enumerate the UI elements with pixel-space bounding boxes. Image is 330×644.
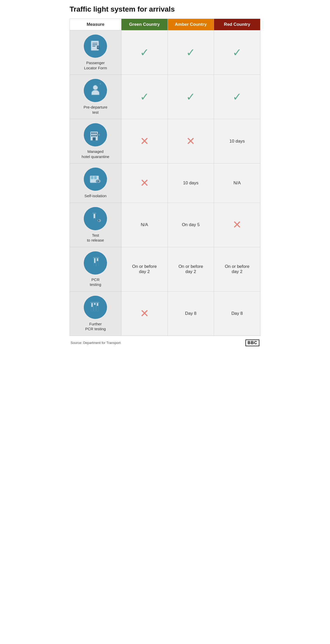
amber-cell-pcr-testing: On or beforeday 2 [168, 247, 214, 291]
table-row-pre-departure: Pre-departuretest ✓ ✓ ✓ [70, 75, 260, 119]
cell-value: On day 5 [182, 222, 200, 227]
svg-rect-36 [97, 261, 98, 267]
measure-cell-self-isolation: Self-isolation [70, 163, 121, 203]
main-table: Measure Green Country Amber Country Red … [70, 19, 260, 336]
bbc-logo: BBC [245, 340, 259, 346]
cell-value: 10 days [229, 139, 245, 144]
amber-cell-passenger-locator: ✓ [168, 30, 214, 75]
amber-cell-pre-departure: ✓ [168, 75, 214, 119]
amber-cell-self-isolation: 10 days [168, 163, 214, 203]
svg-rect-27 [94, 218, 96, 222]
table-row-further-pcr: FurtherPCR testing ✕ Day 8 Day 8 [70, 291, 260, 336]
measure-cell-further-pcr: FurtherPCR testing [70, 291, 121, 336]
table-row-hotel-quarantine: Managedhotel quarantine ✕ ✕ 10 days [70, 119, 260, 163]
table-row-pcr-testing: PCRtesting On or beforeday 2 On or befor… [70, 247, 260, 291]
check-icon: ✓ [140, 46, 149, 59]
green-cell-pre-departure: ✓ [121, 75, 168, 119]
check-icon: ✓ [233, 46, 242, 59]
red-cell-self-isolation: N/A [214, 163, 260, 203]
table-row-self-isolation: Self-isolation ✕ 10 days N/A [70, 163, 260, 203]
amber-cell-further-pcr: Day 8 [168, 291, 214, 336]
measure-label-pcr-testing: PCRtesting [72, 277, 119, 287]
cell-value: On or beforeday 2 [178, 264, 203, 274]
svg-rect-18 [97, 134, 101, 136]
header-amber: Amber Country [168, 19, 214, 30]
measure-cell-hotel-quarantine: Managedhotel quarantine [70, 119, 121, 163]
svg-rect-37 [96, 257, 100, 258]
red-cell-test-to-release: ✕ [214, 203, 260, 247]
cross-icon: ✕ [186, 135, 195, 147]
cell-value: Day 8 [185, 311, 196, 316]
icon-test-tube [84, 207, 107, 230]
cross-icon: ✕ [140, 307, 149, 319]
icon-test-person [84, 79, 107, 102]
check-icon: ✓ [186, 46, 195, 59]
measure-label-hotel-quarantine: Managedhotel quarantine [72, 149, 119, 159]
green-cell-self-isolation: ✕ [121, 163, 168, 203]
cell-value: On or beforeday 2 [225, 264, 249, 274]
table-row-test-to-release: Testto release N/A On day 5 ✕ [70, 203, 260, 247]
green-cell-test-to-release: N/A [121, 203, 168, 247]
svg-rect-10 [92, 132, 93, 134]
svg-rect-46 [96, 302, 100, 303]
red-cell-hotel-quarantine: 10 days [214, 119, 260, 163]
red-cell-passenger-locator: ✓ [214, 30, 260, 75]
svg-rect-14 [94, 135, 95, 137]
svg-rect-13 [92, 135, 93, 137]
table-row-passenger-locator: PassengerLocator Form ✓ ✓ ✓ [70, 30, 260, 75]
measure-label-passenger-locator: PassengerLocator Form [72, 60, 119, 70]
measure-cell-test-to-release: Testto release [70, 203, 121, 247]
svg-rect-15 [95, 135, 97, 137]
measure-label-pre-departure: Pre-departuretest [72, 105, 119, 115]
svg-rect-28 [93, 212, 96, 214]
red-cell-pre-departure: ✓ [214, 75, 260, 119]
cross-icon: ✕ [140, 135, 149, 147]
icon-isolation [84, 168, 107, 191]
svg-rect-20 [91, 176, 94, 179]
cell-value: 10 days [183, 180, 199, 185]
measure-label-further-pcr: FurtherPCR testing [72, 321, 119, 332]
footer-source: Source: Department for Transport [71, 341, 121, 345]
green-cell-further-pcr: ✕ [121, 291, 168, 336]
cell-value: On or beforeday 2 [132, 264, 156, 274]
svg-rect-21 [94, 176, 97, 179]
svg-rect-39 [91, 307, 93, 311]
svg-rect-22 [90, 175, 99, 176]
measure-cell-passenger-locator: PassengerLocator Form [70, 30, 121, 75]
cell-value: N/A [233, 180, 241, 185]
red-cell-further-pcr: Day 8 [214, 291, 260, 336]
amber-cell-test-to-release: On day 5 [168, 203, 214, 247]
green-cell-passenger-locator: ✓ [121, 30, 168, 75]
header-red: Red Country [214, 19, 260, 30]
svg-rect-12 [95, 132, 97, 134]
check-icon: ✓ [233, 91, 242, 103]
svg-rect-17 [90, 130, 98, 132]
red-cell-pcr-testing: On or beforeday 2 [214, 247, 260, 291]
measure-cell-pcr-testing: PCRtesting [70, 247, 121, 291]
footer: Source: Department for Transport BBC [70, 338, 260, 348]
measure-label-self-isolation: Self-isolation [72, 193, 119, 199]
green-cell-hotel-quarantine: ✕ [121, 119, 168, 163]
check-icon: ✓ [140, 91, 149, 103]
svg-rect-4 [97, 46, 100, 49]
cross-icon: ✕ [140, 177, 149, 189]
amber-cell-hotel-quarantine: ✕ [168, 119, 214, 163]
check-icon: ✓ [186, 91, 195, 103]
svg-rect-42 [94, 305, 96, 311]
svg-rect-33 [94, 263, 96, 267]
svg-rect-45 [97, 306, 98, 311]
icon-pcr-multi [84, 296, 107, 319]
cell-value: Day 8 [231, 311, 243, 316]
header-green: Green Country [121, 19, 168, 30]
page-title: Traffic light system for arrivals [70, 5, 260, 13]
svg-point-8 [100, 83, 101, 85]
icon-pcr [84, 251, 107, 275]
measure-cell-pre-departure: Pre-departuretest [70, 75, 121, 119]
cell-value: N/A [141, 222, 148, 227]
cross-icon: ✕ [233, 219, 242, 231]
svg-rect-11 [94, 132, 95, 134]
icon-hotel [84, 123, 107, 146]
header-measure: Measure [70, 19, 121, 30]
svg-rect-16 [93, 137, 96, 141]
green-cell-pcr-testing: On or beforeday 2 [121, 247, 168, 291]
